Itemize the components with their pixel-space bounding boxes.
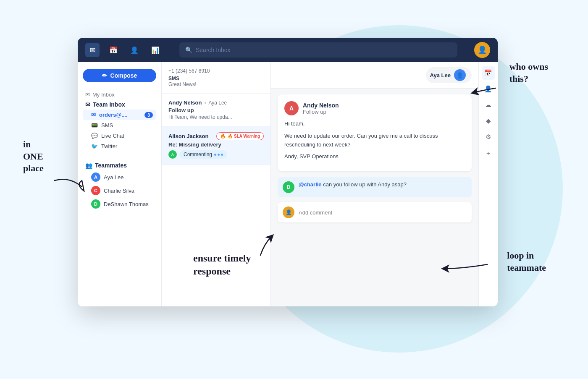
email-sender-name: Andy Nelson [303,102,339,109]
sla-warning-badge: 🔥 🔥 SLA Warning [216,132,264,140]
live-chat-icon: 💬 [91,133,98,139]
comment-row: D @charlie can you follow up with Andy a… [278,177,472,197]
sidebar-teammates-section: 👥 Teammates [83,160,156,170]
message-item-alison[interactable]: Alison Jackson 🔥 🔥 SLA Warning Re: Missi… [162,126,270,165]
msg-subject-follow-up: Follow up [168,107,264,113]
main-content: ✏ Compose ✉ My Inbox ✉ Team Inbox ✉ orde… [78,62,498,306]
deshawn-avatar: D [91,199,100,209]
search-bar-container: 🔍 [179,42,457,58]
nav-analytics-icon[interactable]: 📊 [148,43,163,57]
annotation-loop-in: loop inteammate [507,250,546,274]
nav-calendar-icon[interactable]: 📅 [106,43,121,57]
email-subject: Follow up [303,109,339,115]
typing-dots [214,154,223,156]
teammates-icon: 👥 [85,162,92,169]
current-user-avatar: 👤 [283,206,294,218]
typing-row: A Commenting [168,150,264,159]
icon-rail: 📅 👤 ☁ ◆ ⚙ + [478,62,498,306]
team-inbox-icon: ✉ [85,101,90,108]
msg-phone: +1 (234) 567 8910 [168,68,210,74]
sidebar-item-live-chat[interactable]: 💬 Live Chat [83,131,156,141]
sidebar-item-twitter[interactable]: 🐦 Twitter [83,141,156,152]
detail-header: Aya Lee 👤 [271,62,478,89]
orders-icon: ✉ [91,112,96,118]
compose-label: Compose [110,72,137,79]
nav-contact-icon[interactable]: 👤 [127,43,142,57]
rail-add-icon[interactable]: + [482,146,495,159]
typing-avatar: A [168,150,177,159]
sidebar-teammate-aya[interactable]: A Aya Lee [83,170,156,184]
annotation-in-one-place: inONEplace [23,139,44,175]
inbox-icon: ✉ [85,91,90,98]
assignee-pill[interactable]: Aya Lee 👤 [426,67,472,83]
sla-fire-icon: 🔥 [220,133,226,139]
email-body-line-2: We need to update our order. Can you giv… [284,132,465,149]
sender-avatar-andy: A [284,101,299,115]
comment-author-avatar: D [283,181,294,193]
sidebar-item-sms[interactable]: 📟 SMS [83,120,156,131]
search-icon: 🔍 [185,47,192,53]
msg-sender-alison: Alison Jackson [168,133,208,139]
twitter-icon: 🐦 [91,143,98,149]
sidebar-teammate-deshawn[interactable]: D DeShawn Thomas [83,197,156,211]
msg-arrow: › [204,100,206,106]
detail-panel: Aya Lee 👤 A Andy Nelson Follow up [271,62,478,306]
assignee-name: Aya Lee [430,72,451,78]
detail-body: A Andy Nelson Follow up Hi team, We need… [271,89,478,306]
email-body-line-1: Hi team, [284,120,465,128]
top-nav: ✉ 📅 👤 📊 🔍 👤 [78,38,498,62]
commenting-bubble: Commenting [179,150,227,159]
email-card-header: A Andy Nelson Follow up [284,101,465,115]
charlie-avatar: C [91,186,100,195]
aya-avatar: A [91,173,100,182]
msg-sender-andy: Andy Nelson [168,99,202,106]
message-item-sms[interactable]: +1 (234) 567 8910 SMS Great News! [162,62,270,94]
msg-preview-andy: Hi Team, We need to upda... [168,114,264,120]
rail-contact-icon[interactable]: 👤 [482,82,495,96]
assignee-avatar: 👤 [454,69,466,81]
sidebar-divider [83,156,156,156]
search-input[interactable] [196,47,452,53]
email-body: Hi team, We need to update our order. Ca… [284,120,465,161]
user-avatar-nav[interactable]: 👤 [474,42,490,58]
compose-button[interactable]: ✏ Compose [83,69,156,82]
add-comment-row: 👤 [278,202,472,222]
email-card: A Andy Nelson Follow up Hi team, We need… [278,94,472,171]
sidebar: ✏ Compose ✉ My Inbox ✉ Team Inbox ✉ orde… [78,62,162,306]
sidebar-teammate-charlie[interactable]: C Charlie Silva [83,184,156,197]
comment-mention: @charlie [299,181,322,188]
rail-cloud-icon[interactable]: ☁ [482,98,495,112]
dot-1 [214,154,216,156]
msg-channel-label: SMS [168,76,264,81]
sidebar-item-orders[interactable]: ✉ orders@.... 3 [83,110,156,120]
annotation-who-owns: who ownsthis? [509,61,548,85]
dot-3 [221,154,223,156]
rail-diamond-icon[interactable]: ◆ [482,114,495,128]
email-meta: Andy Nelson Follow up [303,102,339,115]
sidebar-item-team-inbox[interactable]: ✉ Team Inbox [83,99,156,110]
comment-rest: can you follow up with Andy asap? [323,181,407,188]
commenting-label: Commenting [184,152,212,157]
nav-inbox-icon[interactable]: ✉ [85,43,100,57]
msg-preview-sms: Great News! [168,81,264,87]
msg-subject-missing-delivery: Re: Missing delivery [168,141,264,148]
app-window: ✉ 📅 👤 📊 🔍 👤 ✏ Compose ✉ My Inbox ✉ Team … [78,38,498,306]
message-item-andy[interactable]: Andy Nelson › Aya Lee Follow up Hi Team,… [162,94,270,126]
add-comment-input[interactable] [299,209,467,216]
dot-2 [218,154,220,156]
email-body-line-3: Andy, SVP Operations [284,152,465,161]
sms-icon: 📟 [91,122,98,128]
comment-text: @charlie can you follow up with Andy asa… [299,181,407,188]
sidebar-item-my-inbox[interactable]: ✉ My Inbox [83,90,156,99]
compose-icon: ✏ [102,72,107,79]
msg-recipient-aya: Aya Lee [208,100,227,106]
orders-badge: 3 [144,112,153,118]
annotation-ensure-timely: ensure timelyresponse [193,252,251,278]
rail-hubspot-icon[interactable]: ⚙ [482,130,495,144]
rail-calendar-icon[interactable]: 📅 [482,66,495,80]
